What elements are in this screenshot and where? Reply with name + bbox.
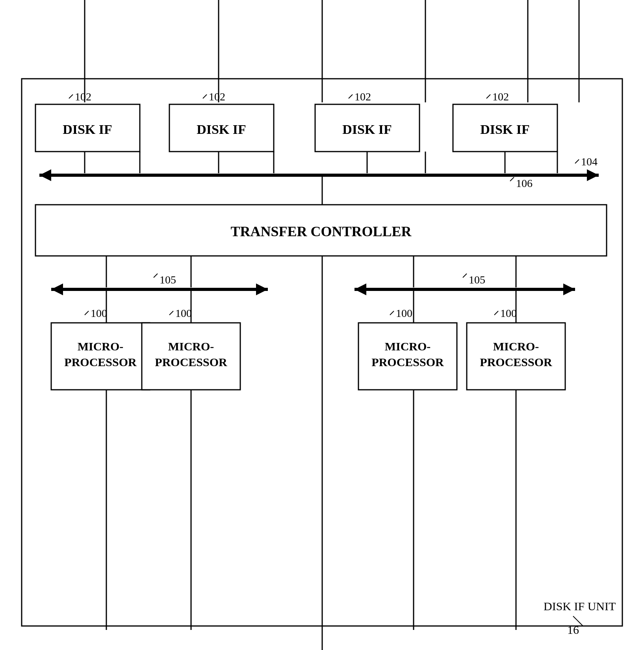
svg-text:104: 104 — [581, 156, 598, 168]
svg-text:MICRO-: MICRO- — [493, 340, 539, 353]
svg-text:PROCESSOR: PROCESSOR — [371, 356, 444, 369]
svg-line-19 — [349, 94, 353, 98]
svg-line-34 — [575, 159, 579, 163]
svg-marker-32 — [39, 169, 51, 181]
svg-marker-45 — [51, 283, 63, 295]
svg-text:100: 100 — [175, 307, 192, 319]
svg-line-47 — [154, 274, 158, 278]
svg-text:102: 102 — [492, 91, 509, 103]
svg-text:102: 102 — [354, 91, 371, 103]
svg-text:PROCESSOR: PROCESSOR — [155, 356, 227, 369]
svg-marker-46 — [256, 283, 268, 295]
svg-text:MICRO-: MICRO- — [385, 340, 431, 353]
svg-text:102: 102 — [75, 91, 91, 103]
svg-text:DISK IF: DISK IF — [63, 122, 112, 137]
svg-text:100: 100 — [500, 307, 517, 319]
svg-text:102: 102 — [209, 91, 225, 103]
svg-line-36 — [510, 177, 514, 181]
svg-text:PROCESSOR: PROCESSOR — [480, 356, 552, 369]
svg-line-86 — [573, 616, 577, 620]
svg-text:DISK IF: DISK IF — [197, 122, 246, 137]
svg-line-17 — [203, 94, 207, 98]
svg-text:DISK IF UNIT: DISK IF UNIT — [544, 600, 616, 613]
svg-line-21 — [486, 94, 490, 98]
svg-marker-33 — [587, 169, 599, 181]
svg-text:100: 100 — [91, 307, 107, 319]
svg-text:DISK IF: DISK IF — [342, 122, 392, 137]
svg-text:106: 106 — [516, 177, 533, 189]
svg-text:MICRO-: MICRO- — [78, 340, 124, 353]
svg-line-72 — [494, 311, 498, 315]
diagram-svg: DISK IF DISK IF DISK IF DISK IF 102 102 … — [0, 0, 644, 650]
svg-line-70 — [390, 311, 394, 315]
svg-marker-64 — [354, 283, 366, 295]
svg-text:100: 100 — [396, 307, 412, 319]
svg-text:PROCESSOR: PROCESSOR — [64, 356, 137, 369]
svg-line-15 — [69, 94, 73, 98]
svg-text:DISK IF: DISK IF — [480, 122, 530, 137]
svg-text:105: 105 — [469, 274, 485, 286]
svg-line-51 — [85, 311, 89, 315]
svg-text:TRANSFER CONTROLLER: TRANSFER CONTROLLER — [230, 224, 412, 239]
svg-line-66 — [463, 274, 467, 278]
svg-marker-65 — [563, 283, 575, 295]
svg-text:MICRO-: MICRO- — [168, 340, 214, 353]
svg-line-53 — [169, 311, 173, 315]
svg-text:16: 16 — [567, 623, 579, 636]
svg-text:105: 105 — [160, 274, 176, 286]
